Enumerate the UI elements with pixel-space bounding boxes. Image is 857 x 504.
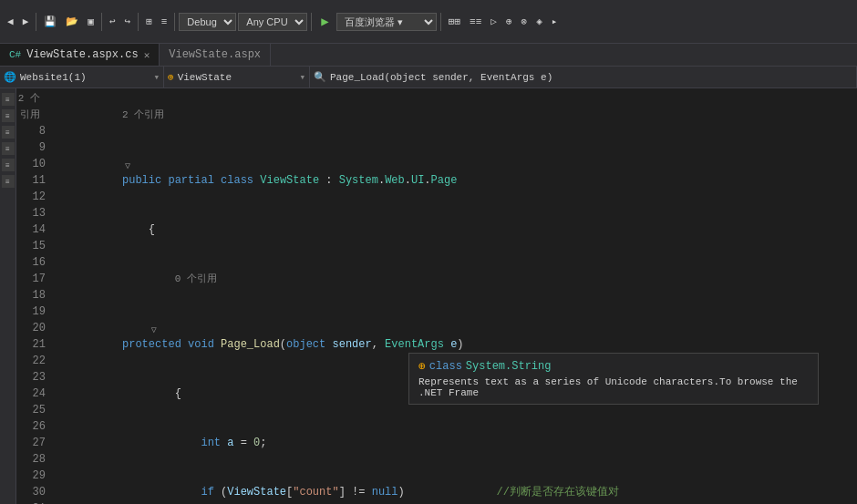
debug-config-select[interactable]: Debug [179, 13, 236, 31]
toolbar-misc5[interactable]: ▷ [487, 14, 501, 29]
navbar-project-label: Website1(1) [20, 72, 87, 83]
navbar-class-arrow: ▾ [299, 71, 305, 83]
activity-item-4[interactable]: ≡ [2, 142, 15, 155]
activity-item-6[interactable]: ≡ [2, 175, 15, 188]
sep1 [36, 13, 36, 31]
class-icon: ⊕ [168, 71, 174, 83]
open-btn[interactable]: 📂 [62, 14, 82, 29]
activity-bar: ≡ ≡ ≡ ≡ ≡ ≡ [0, 88, 16, 504]
redo-btn[interactable]: ↪ [121, 14, 135, 29]
navbar-project-section[interactable]: 🌐 Website1(1) ▾ [0, 67, 164, 87]
navbar-class-section[interactable]: ⊕ ViewState ▾ [164, 67, 310, 87]
forward-btn[interactable]: ▶ [19, 14, 33, 29]
tooltip-class-name: System.String [466, 360, 552, 373]
code-line-9: { [53, 205, 857, 254]
navbar-method-section[interactable]: 🔍 Page_Load(object sender, EventArgs e) [310, 67, 857, 87]
code-line-12: int a = 0; [53, 418, 857, 468]
nav-bar: 🌐 Website1(1) ▾ ⊕ ViewState ▾ 🔍 Page_Loa… [0, 67, 857, 88]
line-numbers: 2 个引用 8 9 10 11 12 13 14 15 16 17 18 19 … [16, 88, 53, 504]
tab-bar: C# ViewState.aspx.cs ✕ ViewState.aspx [0, 44, 857, 67]
cpu-select[interactable]: Any CPU [238, 13, 307, 31]
tooltip-icon: ⊕ [418, 359, 426, 374]
main-toolbar: ◀ ▶ 💾 📂 ▣ ↩ ↪ ⊞ ≡ Debug Any CPU ▶ 百度浏览器 … [0, 0, 857, 44]
tooltip-class-keyword: class [429, 360, 462, 373]
tab-viewstate-aspx[interactable]: ViewState.aspx [160, 44, 271, 66]
navbar-method-label: Page_Load(object sender, EventArgs e) [330, 72, 552, 83]
tab-viewstate-cs[interactable]: C# ViewState.aspx.cs ✕ [0, 44, 160, 66]
navbar-class-label: ViewState [178, 72, 232, 83]
sep2 [101, 13, 102, 31]
misc1[interactable]: ⊞ [142, 14, 156, 29]
code-content[interactable]: 2 个引用 ▽ public partial class ViewState :… [53, 88, 857, 504]
tab-cs-icon: C# [9, 49, 21, 60]
tab-cs-close[interactable]: ✕ [144, 49, 150, 61]
save-btn[interactable]: 💾 [40, 14, 60, 29]
collapse-8[interactable]: ▽ [122, 159, 133, 170]
code-line-refcount-8: 2 个引用 [53, 90, 857, 139]
code-line-refcount-10: 0 个引用 [53, 254, 857, 303]
tab-aspx-label: ViewState.aspx [169, 48, 261, 61]
tooltip-description: Represents text as a series of Unicode c… [418, 376, 809, 398]
tooltip-popup: ⊕ class System.String Represents text as… [408, 353, 819, 405]
tooltip-title: ⊕ class System.String [418, 359, 809, 374]
toolbar-misc8[interactable]: ◈ [532, 14, 546, 29]
sep5 [311, 13, 312, 31]
main-layout: ≡ ≡ ≡ ≡ ≡ ≡ 2 个引用 8 9 10 11 12 13 14 15 … [0, 88, 857, 504]
toolbar-misc4[interactable]: ≡≡ [466, 15, 485, 29]
activity-item-3[interactable]: ≡ [2, 126, 15, 139]
code-editor[interactable]: 2 个引用 8 9 10 11 12 13 14 15 16 17 18 19 … [16, 88, 857, 504]
misc2[interactable]: ≡ [158, 15, 171, 29]
toolbar-row1: ◀ ▶ 💾 📂 ▣ ↩ ↪ ⊞ ≡ Debug Any CPU ▶ 百度浏览器 … [4, 11, 561, 33]
sep6 [440, 13, 441, 31]
toolbar-misc7[interactable]: ⊗ [518, 14, 532, 29]
code-line-13: if (ViewState["count"] != null) //判断是否存在… [53, 468, 857, 504]
code-line-8: ▽ public partial class ViewState : Syste… [53, 139, 857, 205]
toolbar-misc9[interactable]: ▸ [548, 14, 562, 29]
navbar-project-arrow: ▾ [153, 71, 160, 83]
toolbar-misc3[interactable]: ⊞⊞ [445, 14, 464, 29]
play-btn[interactable]: ▶ [315, 14, 334, 29]
file-ops[interactable]: ▣ [84, 14, 98, 29]
tab-cs-label: ViewState.aspx.cs [26, 48, 138, 61]
method-icon: 🔍 [314, 71, 326, 83]
undo-btn[interactable]: ↩ [106, 14, 119, 29]
toolbar-misc6[interactable]: ⊕ [502, 14, 516, 29]
activity-item-5[interactable]: ≡ [2, 159, 15, 171]
activity-item-1[interactable]: ≡ [2, 93, 15, 106]
browser-select[interactable]: 百度浏览器 ▾ [336, 13, 437, 31]
collapse-10[interactable]: ▽ [149, 323, 160, 334]
activity-item-2[interactable]: ≡ [2, 109, 15, 122]
back-btn[interactable]: ◀ [4, 14, 17, 29]
sep3 [138, 13, 139, 31]
sep4 [174, 13, 175, 31]
project-icon: 🌐 [4, 71, 16, 83]
